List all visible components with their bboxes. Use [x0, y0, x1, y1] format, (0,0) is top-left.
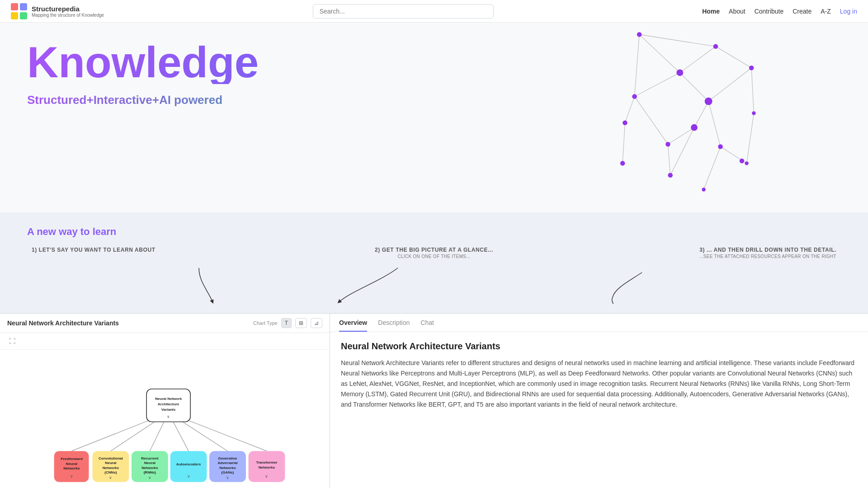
- svg-text:Networks: Networks: [142, 466, 158, 470]
- nav-about[interactable]: About: [729, 8, 745, 15]
- left-panel-header: Neural Network Architecture Variants Cha…: [0, 314, 330, 333]
- arrows-svg: [27, 263, 841, 304]
- step-3-label: 3) ... AND THEN DRILL DOWN INTO THE DETA…: [574, 247, 836, 253]
- svg-point-31: [623, 120, 627, 125]
- svg-text:Networks: Networks: [63, 466, 80, 470]
- svg-text:(RNNs): (RNNs): [144, 470, 156, 474]
- svg-line-13: [635, 97, 668, 145]
- right-panel: Overview Description Chat Neural Network…: [330, 314, 868, 488]
- svg-point-39: [740, 159, 745, 164]
- nav-az[interactable]: A-Z: [821, 8, 831, 15]
- svg-point-32: [691, 124, 698, 131]
- network-graph: [477, 23, 868, 194]
- svg-line-22: [635, 34, 640, 96]
- svg-text:Convolutional: Convolutional: [99, 456, 123, 460]
- expand-icon[interactable]: ⛶: [7, 336, 17, 347]
- hero-left: Knowledge Structured+Interactive+AI powe…: [0, 23, 477, 212]
- nav-links: Home About Contribute Create A-Z Log in: [702, 8, 857, 15]
- svg-rect-3: [20, 12, 27, 19]
- svg-point-27: [676, 69, 683, 76]
- chart-btn-grid[interactable]: ⊞: [295, 318, 307, 328]
- svg-point-30: [752, 111, 755, 115]
- step-2-label: 2) GET THE BIG PICTURE AT A GLANCE...: [303, 247, 565, 253]
- svg-line-11: [680, 73, 708, 101]
- step-3: 3) ... AND THEN DRILL DOWN INTO THE DETA…: [570, 247, 841, 259]
- panel-toolbar: ⛶: [0, 333, 330, 350]
- svg-text:(CNNs): (CNNs): [104, 470, 117, 474]
- svg-point-38: [702, 188, 705, 191]
- nav-contribute[interactable]: Contribute: [755, 8, 784, 15]
- tab-description[interactable]: Description: [378, 314, 410, 332]
- svg-text:Architecture: Architecture: [158, 402, 179, 406]
- svg-line-10: [635, 73, 680, 97]
- logo-text: Structurepedia Mapping the structure of …: [32, 5, 104, 18]
- svg-line-6: [716, 47, 751, 68]
- logo-title: Structurepedia: [32, 5, 104, 13]
- tab-overview[interactable]: Overview: [339, 314, 367, 332]
- svg-point-24: [637, 32, 642, 37]
- svg-text:Autoencoders: Autoencoders: [176, 462, 201, 466]
- svg-point-35: [745, 161, 748, 165]
- svg-point-25: [713, 44, 718, 49]
- step-3-sub: ...SEE THE ATTACHED RESOURCES APPEAR ON …: [574, 254, 836, 259]
- learn-title: A new way to learn: [27, 226, 841, 238]
- chart-type-label: Chart Type: [253, 320, 278, 326]
- svg-rect-1: [20, 3, 27, 10]
- hero-subtitle: Structured+Interactive+AI powered: [27, 93, 455, 107]
- step-2-sub: CLICK ON ONE OF THE ITEMS...: [303, 254, 565, 259]
- nav-home[interactable]: Home: [702, 8, 720, 15]
- mindmap-svg: Neural Network Architecture Variants ∨ F…: [5, 354, 325, 488]
- svg-text:Networks: Networks: [219, 466, 236, 470]
- svg-line-9: [751, 68, 754, 113]
- logo-area: Structurepedia Mapping the structure of …: [11, 3, 104, 19]
- svg-line-8: [708, 68, 751, 101]
- main-content: Neural Network Architecture Variants Cha…: [0, 313, 868, 488]
- svg-text:∨: ∨: [109, 475, 112, 480]
- step-2: 2) GET THE BIG PICTURE AT A GLANCE... CL…: [298, 247, 570, 259]
- svg-text:Networks: Networks: [259, 465, 275, 469]
- hero-section: Knowledge Structured+Interactive+AI powe…: [0, 23, 868, 212]
- svg-rect-0: [11, 3, 18, 10]
- svg-line-16: [747, 113, 754, 164]
- svg-text:Transformer: Transformer: [256, 460, 278, 465]
- header: Structurepedia Mapping the structure of …: [0, 0, 868, 23]
- mindmap-area[interactable]: Neural Network Architecture Variants ∨ F…: [0, 350, 330, 488]
- svg-point-34: [718, 144, 723, 149]
- svg-text:Feedforward: Feedforward: [61, 457, 83, 461]
- svg-line-21: [668, 144, 670, 175]
- svg-line-18: [670, 127, 694, 175]
- nav-create[interactable]: Create: [793, 8, 811, 15]
- svg-point-37: [668, 173, 673, 178]
- content-title: Neural Network Architecture Variants: [341, 341, 857, 352]
- search-input[interactable]: [313, 4, 494, 19]
- svg-line-15: [708, 101, 720, 146]
- svg-point-26: [749, 66, 754, 70]
- chart-btn-tree[interactable]: ⊿: [311, 318, 322, 328]
- panel-title: Neural Network Architecture Variants: [7, 319, 119, 327]
- login-button[interactable]: Log in: [840, 8, 857, 15]
- svg-text:∨: ∨: [187, 474, 190, 479]
- svg-rect-2: [11, 12, 18, 19]
- svg-line-4: [639, 34, 716, 46]
- svg-line-14: [694, 101, 709, 127]
- svg-text:∨: ∨: [70, 474, 73, 479]
- svg-text:Neural: Neural: [66, 462, 77, 466]
- steps-row: 1) LET'S SAY YOU WANT TO LEARN ABOUT 2) …: [27, 247, 841, 259]
- svg-line-19: [704, 146, 721, 189]
- step-1-label: 1) LET'S SAY YOU WANT TO LEARN ABOUT: [32, 247, 294, 253]
- chart-btn-text[interactable]: T: [281, 318, 292, 328]
- content-body: Neural Network Architecture Variants ref…: [341, 358, 857, 410]
- svg-point-33: [665, 142, 670, 147]
- tab-chat[interactable]: Chat: [420, 314, 434, 332]
- svg-text:∨: ∨: [167, 414, 170, 419]
- tabs-row: Overview Description Chat: [330, 314, 868, 332]
- svg-text:∨: ∨: [265, 474, 268, 479]
- step-1: 1) LET'S SAY YOU WANT TO LEARN ABOUT: [27, 247, 298, 259]
- svg-point-29: [705, 98, 712, 105]
- svg-text:Variants: Variants: [161, 408, 176, 412]
- svg-text:Networks: Networks: [103, 466, 119, 470]
- svg-point-28: [632, 94, 637, 99]
- left-panel: Neural Network Architecture Variants Cha…: [0, 314, 330, 488]
- svg-text:Neural: Neural: [105, 461, 116, 465]
- logo-subtitle: Mapping the structure of Knowledge: [32, 13, 104, 18]
